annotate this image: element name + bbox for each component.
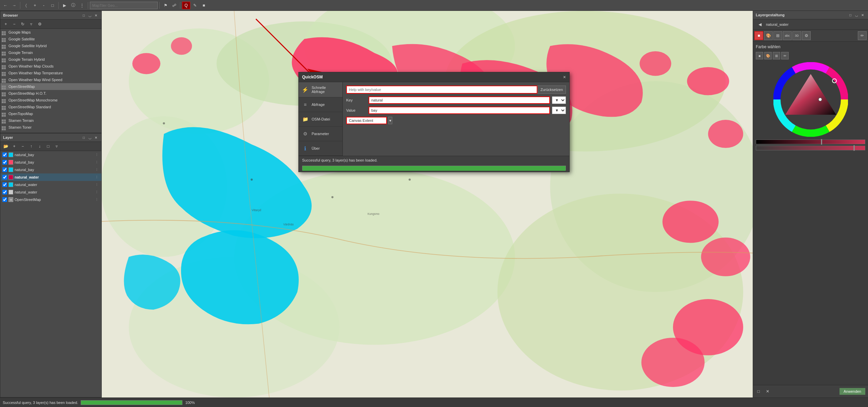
browser-item[interactable]: Google Satellite Hybrid: [0, 42, 101, 49]
toolbar-forward-btn[interactable]: →: [10, 2, 18, 9]
style-tab-grid[interactable]: ⊞: [773, 31, 782, 40]
layer-item[interactable]: ⊞ OpenStreetMap ⋮: [0, 196, 101, 203]
layer-item[interactable]: natural_water ⋮: [0, 181, 101, 188]
toolbar-quickosm-btn[interactable]: Q: [182, 2, 190, 9]
style-tab-3d[interactable]: 3D: [792, 31, 801, 40]
map-area[interactable]: Vittaryd Värdnäs Kungsmo QuickOSM ×: [102, 11, 753, 397]
layer-item[interactable]: natural_water ⋮: [0, 173, 101, 181]
cp-tool-4[interactable]: ✏: [781, 52, 789, 59]
key-select[interactable]: ▼: [552, 96, 566, 104]
layer-open-btn[interactable]: 📂: [2, 143, 10, 150]
style-tab-color[interactable]: ■: [754, 31, 763, 40]
cp-tool-3[interactable]: ⊞: [773, 52, 780, 59]
browser-collapse-btn[interactable]: □: [81, 13, 86, 18]
browser-close-btn[interactable]: ✕: [93, 13, 99, 18]
layer-down-btn[interactable]: ↓: [36, 143, 44, 150]
layer-up-btn[interactable]: ↑: [27, 143, 35, 150]
browser-add-btn[interactable]: +: [2, 20, 10, 28]
layer-options-btn[interactable]: ⋮: [94, 174, 99, 180]
toolbar-layer-btn[interactable]: ☍: [170, 2, 178, 9]
style-collapse-btn[interactable]: □: [848, 12, 853, 18]
layer-filter-btn[interactable]: ▿: [53, 143, 61, 150]
layer-visibility-checkbox[interactable]: [2, 167, 7, 172]
browser-item[interactable]: Google Terrain: [0, 49, 101, 56]
toolbar-digitize-btn[interactable]: ■: [200, 2, 208, 9]
key-input[interactable]: [369, 96, 550, 104]
dialog-menu-osmdatei[interactable]: 📁 OSM-Datei: [299, 112, 342, 127]
help-key-value-input[interactable]: [346, 86, 537, 94]
layer-visibility-checkbox[interactable]: [2, 152, 7, 157]
cp-tool-1[interactable]: ■: [756, 52, 763, 59]
dialog-menu-schnelle[interactable]: ⚡ Schnelle Abfrage: [299, 82, 342, 97]
canvas-extent-input[interactable]: [346, 117, 387, 124]
dialog-menu-parameter[interactable]: ⚙ Parameter: [299, 127, 342, 141]
browser-detach-btn[interactable]: ◡: [87, 13, 93, 18]
toolbar-zoom-full-btn[interactable]: □: [48, 2, 57, 9]
search-input[interactable]: [90, 2, 158, 9]
browser-item[interactable]: OpenStreetMap H.O.T.: [0, 90, 101, 97]
toolbar-pan-btn[interactable]: 〈: [22, 2, 30, 9]
browser-remove-btn[interactable]: −: [10, 20, 18, 28]
layer-options-btn[interactable]: ⋮: [94, 197, 99, 202]
toolbar-edit-btn[interactable]: ✎: [191, 2, 199, 9]
toolbar-measure-btn[interactable]: ⋮: [78, 2, 86, 9]
layer-detach-btn[interactable]: ◡: [87, 135, 93, 140]
browser-item[interactable]: Stamen Terrain: [0, 117, 101, 124]
extent-dropdown-btn[interactable]: ▼: [388, 117, 392, 124]
browser-item[interactable]: OpenTopoMap: [0, 110, 101, 117]
layer-item[interactable]: natural_bay ⋮: [0, 151, 101, 159]
toolbar-select-btn[interactable]: ▶: [60, 2, 68, 9]
style-back-btn[interactable]: ◀: [756, 21, 764, 28]
alpha-slider[interactable]: [756, 146, 865, 150]
layer-visibility-checkbox[interactable]: [2, 175, 7, 180]
browser-item[interactable]: Open Weather Map Clouds: [0, 63, 101, 70]
browser-settings-btn[interactable]: ⚙: [36, 20, 44, 28]
toolbar-zoom-in-btn[interactable]: +: [31, 2, 39, 9]
toolbar-zoom-out-btn[interactable]: -: [40, 2, 48, 9]
layer-visibility-checkbox[interactable]: [2, 182, 7, 187]
browser-item[interactable]: Stamen Toner Light: [0, 131, 101, 133]
browser-item[interactable]: Google Maps: [0, 29, 101, 36]
dialog-menu-abfrage[interactable]: ≡ Abfrage: [299, 97, 342, 112]
layer-item[interactable]: natural_bay ⋮: [0, 159, 101, 166]
layer-visibility-checkbox[interactable]: [2, 160, 7, 165]
layer-options-btn[interactable]: ⋮: [94, 182, 99, 187]
layer-add-btn[interactable]: +: [10, 143, 18, 150]
style-close-btn[interactable]: ✕: [860, 12, 865, 18]
toolbar-back-btn[interactable]: ←: [1, 2, 9, 9]
browser-refresh-btn[interactable]: ↻: [19, 20, 27, 28]
style-tab-palette[interactable]: 🎨: [764, 31, 773, 40]
value-input[interactable]: [369, 107, 550, 114]
layer-group-btn[interactable]: □: [44, 143, 52, 150]
browser-item[interactable]: OpenStreetMap: [0, 83, 101, 90]
browser-item[interactable]: OpenStreetMap Standard: [0, 104, 101, 110]
toolbar-bookmark-btn[interactable]: ⚑: [161, 2, 170, 9]
style-tab-settings2[interactable]: ⚙: [802, 31, 811, 40]
layer-visibility-checkbox[interactable]: [2, 197, 7, 202]
hue-slider[interactable]: [756, 140, 865, 144]
browser-item[interactable]: Google Satellite: [0, 36, 101, 42]
browser-item[interactable]: OpenStreetMap Monochrome: [0, 97, 101, 104]
style-tab-abc[interactable]: abc: [783, 31, 792, 40]
layer-options-btn[interactable]: ⋮: [94, 160, 99, 165]
style-expand-btn[interactable]: □: [754, 388, 763, 395]
browser-item[interactable]: Stamen Toner: [0, 124, 101, 131]
layer-visibility-checkbox[interactable]: [2, 190, 7, 195]
layer-options-btn[interactable]: ⋮: [94, 167, 99, 172]
reset-button[interactable]: Zurücksetzen: [537, 86, 566, 94]
apply-button[interactable]: Anwenden: [840, 388, 865, 395]
layer-item[interactable]: natural_water ⋮: [0, 188, 101, 196]
layer-close-btn[interactable]: ✕: [93, 135, 99, 140]
style-detach-btn[interactable]: ◡: [854, 12, 859, 18]
layer-options-btn[interactable]: ⋮: [94, 152, 99, 158]
toolbar-identify-btn[interactable]: ⓘ: [69, 2, 77, 9]
browser-item[interactable]: Google Terrain Hybrid: [0, 56, 101, 63]
value-select[interactable]: ▼: [552, 107, 566, 114]
layer-collapse-btn[interactable]: □: [81, 135, 86, 140]
dialog-close-btn[interactable]: ×: [563, 74, 566, 80]
layer-remove-btn[interactable]: −: [19, 143, 27, 150]
browser-filter-btn[interactable]: ▿: [27, 20, 35, 28]
browser-item[interactable]: Open Weather Map Wind Speed: [0, 76, 101, 83]
layer-item[interactable]: natural_bay ⋮: [0, 166, 101, 173]
layer-options-btn[interactable]: ⋮: [94, 189, 99, 195]
